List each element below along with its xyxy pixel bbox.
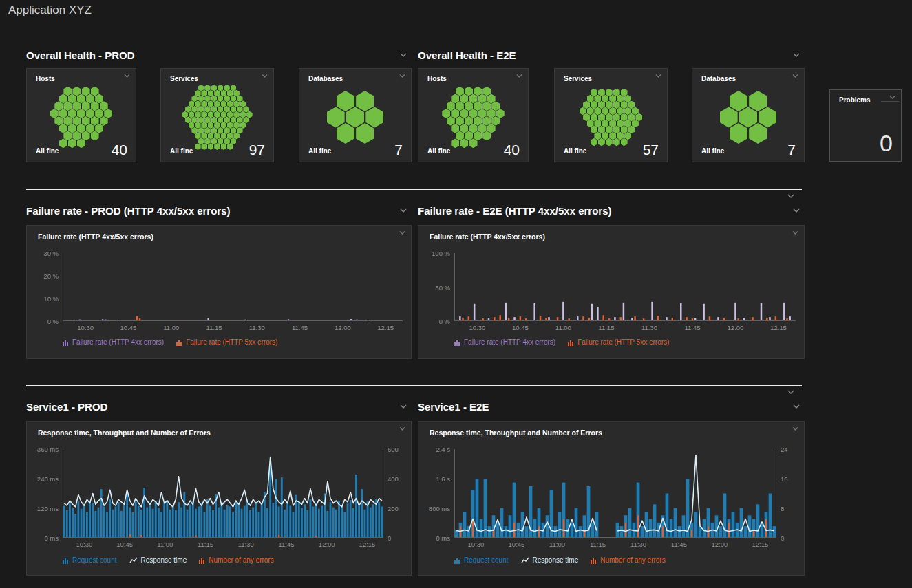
legend-label: Number of any errors [600, 556, 665, 564]
hexagon-healthy [227, 143, 233, 150]
hexagon-healthy [456, 101, 464, 111]
divider [881, 101, 899, 102]
hexagon-healthy [54, 101, 63, 111]
hexagon-healthy [91, 101, 99, 111]
chart-tile-service-e2e[interactable]: Response time, Throughput and Number of … [418, 421, 805, 576]
section-divider [26, 189, 802, 190]
tile-label: Hosts [36, 75, 55, 83]
chevron-down-icon[interactable] [792, 426, 799, 431]
hexagon-healthy [208, 111, 214, 118]
health-tile-databases-e2e[interactable]: Databases All fine 7 [692, 68, 805, 162]
chevron-down-icon[interactable] [787, 193, 795, 199]
chevron-down-icon[interactable] [399, 208, 407, 213]
legend-item-response-time[interactable]: Response time [521, 556, 579, 564]
legend-item-request-count[interactable]: Request count [63, 556, 117, 564]
hexagon-healthy [224, 106, 230, 113]
x-axis-tick: 12:00 [312, 541, 342, 548]
chevron-down-icon[interactable] [792, 230, 799, 235]
hexagon-healthy [227, 111, 233, 118]
health-tile-hosts-prod[interactable]: Hosts All fine 40 [26, 68, 136, 162]
legend-label: Request count [72, 556, 117, 564]
legend-label: Failure rate (HTTP 4xx errors) [72, 338, 164, 346]
hexagon-healthy [72, 101, 81, 111]
bar-chart-icon [63, 339, 69, 346]
hexagon-healthy [68, 94, 76, 104]
hexagon-healthy [63, 101, 72, 111]
chart-title: Response time, Throughput and Number of … [430, 428, 602, 437]
tile-label: Services [564, 75, 592, 83]
chevron-down-icon[interactable] [123, 74, 131, 78]
health-tile-services-e2e[interactable]: Services All fine 57 [554, 68, 668, 162]
x-axis-tick: 12:15 [745, 541, 775, 548]
chevron-down-icon[interactable] [792, 208, 800, 213]
health-tile-services-prod[interactable]: Services All fine 97 [160, 68, 274, 162]
hexagon-healthy [356, 123, 374, 144]
hexagon-healthy [77, 138, 85, 148]
hexagon-healthy [632, 107, 639, 116]
chart-tile-service-prod[interactable]: Response time, Throughput and Number of … [26, 421, 412, 576]
legend-item-any-errors[interactable]: Number of any errors [591, 556, 665, 564]
chevron-down-icon[interactable] [792, 52, 800, 58]
chevron-down-icon[interactable] [399, 426, 406, 431]
hexagon-healthy [214, 133, 220, 140]
hexagon-healthy [591, 89, 597, 97]
bar-chart-icon [454, 339, 460, 346]
problems-tile[interactable]: Problems 0 [829, 89, 902, 162]
chart-tile-failure-prod[interactable]: Failure rate (HTTP 4xx/5xx errors) Failu… [26, 225, 412, 359]
hexagon-healthy [365, 107, 383, 127]
hexagon-healthy [621, 138, 628, 146]
tile-label: Databases [701, 75, 736, 83]
chevron-down-icon[interactable] [792, 404, 800, 409]
health-tile-databases-prod[interactable]: Databases All fine 7 [299, 68, 412, 162]
chevron-down-icon[interactable] [516, 74, 523, 78]
health-tile-hosts-e2e[interactable]: Hosts All fine 40 [418, 68, 529, 162]
hexagon-healthy [191, 127, 198, 134]
chevron-down-icon[interactable] [399, 52, 407, 58]
chevron-down-icon[interactable] [399, 230, 406, 235]
service-metrics-plot [63, 449, 383, 538]
chevron-down-icon[interactable] [889, 95, 896, 100]
chevron-down-icon[interactable] [399, 404, 407, 409]
hexagon-healthy [594, 95, 601, 103]
chevron-down-icon[interactable] [261, 74, 268, 78]
legend-item-response-time[interactable]: Response time [129, 556, 187, 564]
hexagon-healthy [204, 116, 211, 123]
hexagon-healthy [211, 106, 218, 113]
entity-count: 40 [504, 142, 520, 158]
hexagon-healthy [191, 116, 198, 123]
hexagon-healthy [72, 87, 81, 96]
hexagon-healthy [189, 122, 195, 129]
hexagon-healthy [628, 113, 635, 122]
legend-item-4xx[interactable]: Failure rate (HTTP 4xx errors) [63, 338, 164, 346]
hexagon-healthy [609, 120, 616, 128]
hexagon-healthy [233, 122, 240, 129]
chevron-down-icon[interactable] [792, 74, 799, 78]
hexagon-healthy [211, 85, 218, 91]
x-axis-tick: 11:15 [191, 541, 221, 548]
legend-item-4xx[interactable]: Failure rate (HTTP 4xx errors) [454, 338, 555, 346]
legend-item-request-count[interactable]: Request count [454, 556, 509, 564]
legend-item-5xx[interactable]: Failure rate (HTTP 5xx errors) [176, 338, 277, 346]
chevron-down-icon[interactable] [655, 74, 662, 78]
hexagon-healthy [447, 116, 455, 126]
hexagon-healthy [77, 124, 85, 133]
hexagon-healthy [591, 101, 597, 109]
honeycomb-databases [692, 84, 804, 151]
legend-item-5xx[interactable]: Failure rate (HTTP 5xx errors) [568, 338, 669, 346]
chart-tile-failure-e2e[interactable]: Failure rate (HTTP 4xx/5xx errors) Failu… [418, 225, 805, 359]
chevron-down-icon[interactable] [399, 74, 406, 78]
x-axis-tick: 11:30 [242, 324, 272, 331]
hexagon-healthy [456, 87, 464, 96]
honeycomb-databases [299, 84, 411, 151]
hexagon-healthy [613, 101, 620, 109]
hexagon-healthy [54, 116, 63, 126]
x-axis-tick: 12:00 [328, 324, 358, 331]
y-axis-tick: 600 [388, 446, 408, 453]
y-axis-tick: 120 ms [30, 505, 59, 512]
hexagon-healthy [609, 95, 616, 103]
chevron-down-icon[interactable] [787, 389, 795, 395]
hexagon-healthy [621, 89, 628, 97]
legend-item-any-errors[interactable]: Number of any errors [199, 556, 273, 564]
hexagon-healthy [231, 138, 237, 144]
hexagon-healthy [195, 90, 201, 97]
